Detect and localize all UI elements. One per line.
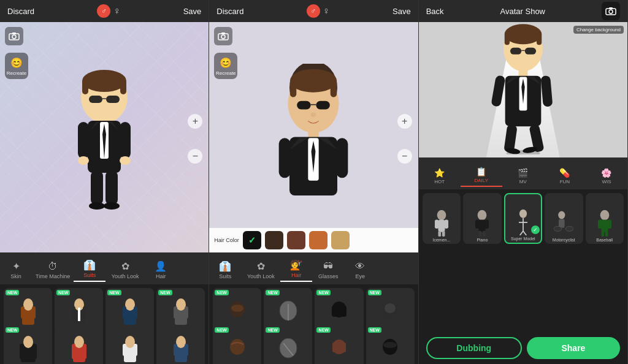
show-item-label-motorcyclist: Motorcyclist: [553, 238, 575, 242]
gender-selector-p2[interactable]: ♂ ♀: [307, 4, 330, 18]
tab-suits-p1[interactable]: 👔 Suits: [74, 257, 105, 282]
screenshot-icon-p3[interactable]: [602, 2, 620, 20]
recreate-button-p2[interactable]: 😊 Recreate: [214, 53, 237, 79]
svg-rect-140: [607, 220, 611, 229]
discard-button-p1[interactable]: Discard: [7, 7, 34, 16]
tab-hair-p2[interactable]: 💇 Hair: [280, 257, 312, 282]
svg-rect-51: [134, 344, 137, 356]
male-icon-p2[interactable]: ♂: [307, 4, 320, 18]
dubbing-button[interactable]: Dubbing: [426, 337, 522, 359]
svg-rect-111: [540, 75, 553, 107]
tab-hot[interactable]: ⭐ HOT: [419, 165, 461, 187]
screenshot-icon-p2[interactable]: [214, 27, 232, 45]
tab-suits-p2[interactable]: 👔 Suits: [209, 258, 241, 282]
svg-point-77: [231, 305, 243, 312]
tab-mv[interactable]: 🎬 MV: [502, 165, 544, 187]
grid-item-hair-6[interactable]: NEW: [264, 325, 312, 364]
grid-item-suit-6[interactable]: [55, 325, 103, 364]
show-item-piano[interactable]: Piano: [463, 193, 501, 244]
show-items-grid: Icemen... Piano ✓ Super Model Motorcycli…: [419, 189, 627, 332]
back-button-p3[interactable]: Back: [426, 7, 444, 16]
svg-point-61: [290, 69, 337, 93]
gender-selector-p1[interactable]: ♂ ♀: [97, 4, 120, 18]
show-item-supermodel[interactable]: ✓ Super Model: [504, 193, 542, 244]
female-icon-p2[interactable]: ♀: [323, 6, 330, 17]
tab-youth-p2[interactable]: ✿ Youth Look: [241, 258, 280, 282]
svg-rect-139: [598, 220, 602, 229]
show-item-label-baseball: Baseball: [596, 238, 613, 242]
grid-item-hair-8[interactable]: NEW: [366, 325, 415, 364]
zoom-out-button-p1[interactable]: −: [188, 149, 202, 164]
tab-fun[interactable]: 💊 FUN: [544, 165, 586, 187]
avatar-viewport-p2[interactable]: 😊 Recreate: [209, 22, 418, 252]
grid-item-suit-7[interactable]: [105, 325, 154, 364]
avatar-show-viewport[interactable]: Change background: [419, 22, 627, 157]
show-item-motorcyclist[interactable]: Motorcyclist: [545, 193, 583, 244]
tab-eye-p2[interactable]: 👁 Eye: [344, 259, 376, 282]
grid-item-suit-8[interactable]: [156, 325, 205, 364]
share-button[interactable]: Share: [527, 337, 620, 359]
tab-hair-p1[interactable]: 👤 Hair: [145, 258, 177, 282]
grid-item-suit-5[interactable]: NEW: [4, 325, 52, 364]
svg-rect-117: [438, 220, 445, 232]
svg-rect-34: [123, 306, 126, 319]
svg-rect-47: [83, 344, 86, 359]
tab-skin-p1[interactable]: ✦ Skin: [0, 258, 32, 282]
color-swatch-darkbrown[interactable]: [265, 231, 283, 249]
show-item-icemen[interactable]: Icemen...: [423, 193, 461, 244]
grid-item-hair-7[interactable]: NEW: [315, 325, 363, 364]
save-button-p2[interactable]: Save: [392, 7, 411, 16]
save-button-p1[interactable]: Save: [183, 7, 202, 16]
svg-rect-118: [435, 220, 438, 229]
svg-point-1: [12, 35, 16, 39]
svg-rect-5: [82, 79, 88, 94]
color-swatch-black[interactable]: ✓: [243, 231, 261, 249]
new-badge: NEW: [6, 327, 19, 333]
avatar-figure-p1: [64, 64, 144, 211]
panel-hair-editor: Discard ♂ ♀ Save 😊 Recreate: [209, 0, 418, 364]
svg-rect-16: [120, 122, 131, 159]
tab-youth-p1[interactable]: ✿ Youth Look: [105, 258, 145, 282]
new-badge: NEW: [56, 290, 70, 295]
tab-time-p1[interactable]: ⏱ Time Machine: [32, 259, 74, 282]
svg-rect-38: [174, 306, 177, 319]
new-badge: NEW: [6, 290, 19, 295]
svg-rect-8: [106, 96, 120, 103]
male-icon[interactable]: ♂: [97, 4, 110, 18]
discard-button-p2[interactable]: Discard: [216, 7, 243, 16]
grid-item-hair-5[interactable]: NEW: [213, 325, 261, 364]
avatar-viewport-p1[interactable]: 😊 Recreate: [0, 22, 209, 252]
svg-point-84: [385, 303, 396, 313]
recreate-button-p1[interactable]: 😊 Recreate: [5, 53, 28, 79]
svg-rect-7: [89, 96, 102, 103]
svg-point-22: [104, 202, 120, 210]
screenshot-icon-p1[interactable]: [5, 27, 23, 45]
zoom-out-button-p2[interactable]: −: [397, 149, 412, 164]
svg-point-94: [609, 10, 613, 13]
svg-rect-82: [342, 306, 347, 317]
tab-glasses-p2[interactable]: 🕶 Glasses: [312, 259, 344, 282]
svg-point-86: [280, 338, 297, 358]
tab-daily[interactable]: 📋 DAILY: [461, 164, 502, 187]
svg-rect-124: [475, 220, 479, 229]
female-icon[interactable]: ♀: [113, 6, 120, 17]
svg-rect-95: [609, 7, 613, 9]
color-swatch-brown[interactable]: [287, 231, 305, 249]
top-bar-panel2: Discard ♂ ♀ Save: [209, 0, 418, 22]
svg-point-136: [565, 227, 573, 232]
zoom-in-button-p2[interactable]: +: [397, 114, 412, 129]
new-badge: NEW: [158, 290, 172, 295]
color-swatch-auburn[interactable]: [309, 231, 327, 249]
top-bar-panel3: Back Avatar Show: [419, 0, 627, 22]
svg-rect-42: [20, 344, 24, 359]
svg-point-133: [558, 211, 565, 219]
tab-wish[interactable]: 🌸 WIS: [586, 165, 627, 187]
svg-point-116: [437, 210, 446, 221]
change-background-button[interactable]: Change background: [573, 26, 624, 34]
top-bar-panel1: Discard ♂ ♀ Save: [0, 0, 209, 22]
show-category-tabs: ⭐ HOT 📋 DAILY 🎬 MV 💊 FUN 🌸 WIS: [419, 157, 627, 189]
avatar-figure-p2: [267, 64, 359, 223]
show-item-baseball[interactable]: Baseball: [586, 193, 624, 244]
svg-point-128: [519, 210, 527, 218]
color-swatch-blonde[interactable]: [331, 231, 350, 249]
